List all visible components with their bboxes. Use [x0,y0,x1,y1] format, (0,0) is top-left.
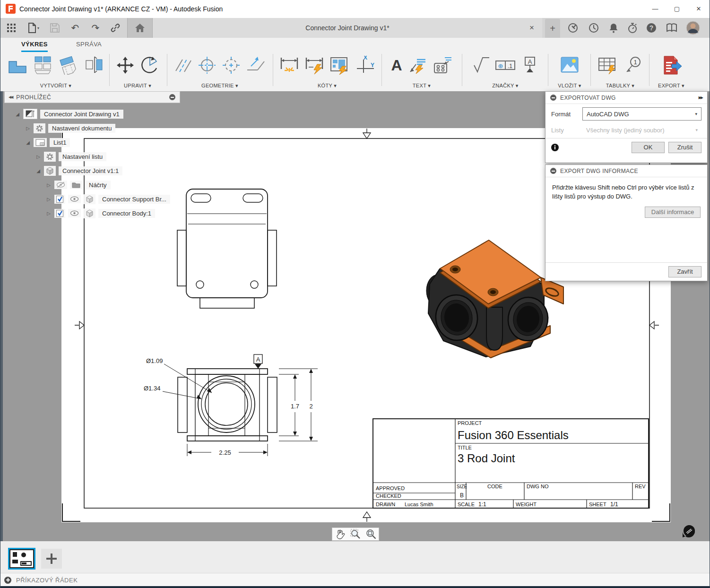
sheet-tab-thumbnail[interactable] [8,548,35,570]
table-icon[interactable] [597,56,618,75]
auxiliary-view-icon[interactable] [58,56,80,75]
group-label-dimensions[interactable]: KÓTY ▾ [318,83,337,90]
note-table-icon[interactable] [432,56,452,75]
center-mark-icon[interactable] [197,56,217,75]
cancel-button[interactable]: Zrušit [668,142,701,153]
collapsed-caret-icon[interactable]: ▷ [46,211,52,216]
collapsed-caret-icon[interactable]: ▷ [25,126,31,131]
expand-caret-icon[interactable]: ◢ [15,112,20,117]
save-icon[interactable] [48,21,62,35]
panel-popout-icon[interactable]: ▶▶ [699,95,702,100]
export-dialog-header[interactable]: EXPORTOVAT DWG ▶▶ [545,92,707,104]
group-label-export[interactable]: EXPORT ▾ [658,83,684,90]
tolerance-frame-icon[interactable]: ⊕.1 [494,56,516,75]
help-icon[interactable]: ? [644,21,658,35]
close-panel-button[interactable]: Zavřít [668,266,701,277]
group-label-create[interactable]: VYTVOŘIT ▾ [40,83,71,90]
maximize-button[interactable]: ▢ [666,0,688,18]
edit-dimensions-icon[interactable] [329,56,351,75]
tab-sprava[interactable]: SPRÁVA [76,38,102,51]
app-grid-icon[interactable] [4,21,18,35]
tree-item-support-bracket[interactable]: ▷ Connector Support Br... [46,193,170,205]
dimension-icon[interactable] [279,56,300,75]
leader-text-icon[interactable] [407,56,427,75]
info-panel-header[interactable]: EXPORT DWG INFORMACE [545,165,707,177]
undo-icon[interactable]: ↶ [68,21,82,35]
redo-icon[interactable]: ↷ [88,21,103,35]
browser-collapse-icon[interactable]: ◀◀ [9,95,12,99]
learning-book-icon[interactable] [665,21,679,35]
browser-header[interactable]: ◀◀ PROHLÍŽEČ [4,91,180,103]
format-select[interactable]: AutoCAD DWG ▾ [582,107,701,121]
tree-item-document-settings[interactable]: ▷ Nastavení dokumentu [25,122,115,134]
group-label-symbols[interactable]: ZNAČKY ▾ [492,83,518,90]
eye-hidden-icon[interactable] [54,181,67,189]
job-status-clock-icon[interactable] [587,21,601,35]
eye-visible-icon[interactable] [68,195,81,203]
drawing-canvas-area[interactable]: Ø1.09 Ø1.34 A 1.7 2 [0,91,710,541]
zoom-fit-icon[interactable] [366,529,376,539]
projected-view-icon[interactable] [32,56,54,75]
group-label-tables[interactable]: TABULKY ▾ [606,83,634,90]
expand-caret-icon[interactable]: ◢ [35,168,41,173]
insert-image-icon[interactable] [559,56,580,75]
ok-button[interactable]: OK [632,142,665,153]
text-icon[interactable]: A [391,58,402,73]
surface-finish-icon[interactable] [471,56,490,75]
group-label-geometry[interactable]: GEOMETRIE ▾ [201,83,238,90]
export-dwg-icon[interactable] [660,55,682,75]
auto-dimension-icon[interactable] [304,56,325,75]
visibility-checkbox[interactable] [54,209,65,218]
panel-minimize-icon[interactable] [550,95,556,101]
tree-item-sheet1[interactable]: ◢ List1 [25,137,70,148]
command-line-plus-icon[interactable] [4,577,11,584]
file-menu-button[interactable]: ▾ [24,21,43,35]
zoom-window-icon[interactable] [350,529,361,539]
share-link-icon[interactable] [108,21,122,35]
notifications-bell-icon[interactable] [606,21,621,35]
command-line-bar[interactable]: PŘÍKAZOVÝ ŘÁDEK [0,573,710,587]
info-icon[interactable] [551,144,559,151]
tab-vykres[interactable]: VÝKRES [21,38,48,52]
visibility-checkbox[interactable] [54,195,65,204]
more-info-button[interactable]: Další informace [645,207,701,218]
tree-item-sheet-settings[interactable]: ▷ Nastavení listu [35,151,106,162]
panel-minimize-icon[interactable] [550,168,556,174]
tab-close-icon[interactable]: × [526,18,537,38]
datum-icon[interactable]: A [520,56,539,75]
group-label-insert[interactable]: VLOŽIT ▾ [558,83,581,90]
collapsed-caret-icon[interactable]: ▷ [46,197,52,202]
extensions-icon[interactable] [566,21,580,35]
browser-minimize-icon[interactable] [169,94,175,100]
tree-item-connector-body[interactable]: ▷ Connector Body:1 [46,208,155,219]
tree-item-component[interactable]: ◢ Connector Joint v1:1 [35,165,122,176]
expand-caret-icon[interactable]: ◢ [25,140,31,145]
document-tab[interactable]: Connector Joint Drawing v1* × [153,18,542,38]
minimize-button[interactable]: — [644,0,666,18]
sketch-circle-icon[interactable] [221,56,241,75]
move-icon[interactable] [115,56,135,75]
group-label-text[interactable]: TEXT ▾ [413,83,431,90]
eye-visible-icon[interactable] [68,209,81,217]
sheets-value: Všechny listy (jediný soubor) [586,127,664,134]
section-view-icon[interactable] [84,56,105,75]
close-button[interactable]: ✕ [688,0,710,18]
user-avatar[interactable] [685,21,701,35]
balloon-icon[interactable]: 1 [623,56,643,75]
tree-item-root[interactable]: ◢ Connector Joint Drawing v1 [15,108,123,120]
assistant-icon[interactable] [681,524,696,539]
collapsed-caret-icon[interactable]: ▷ [46,182,52,188]
tree-item-sketches[interactable]: ▷ Náčrty [46,179,111,190]
add-sheet-button[interactable] [41,549,62,569]
group-label-modify[interactable]: UPRAVIT ▾ [124,83,151,90]
base-view-icon[interactable] [7,56,28,75]
centerline-icon[interactable] [174,56,193,75]
edge-extension-icon[interactable] [245,56,266,75]
pan-icon[interactable] [335,529,345,539]
ordinate-dimension-icon[interactable]: XY [355,56,376,75]
timer-stopwatch-icon[interactable] [625,21,640,35]
collapsed-caret-icon[interactable]: ▷ [35,154,41,159]
home-button[interactable] [127,18,153,38]
new-tab-button[interactable]: + [545,19,560,38]
rotate-icon[interactable] [139,56,160,75]
